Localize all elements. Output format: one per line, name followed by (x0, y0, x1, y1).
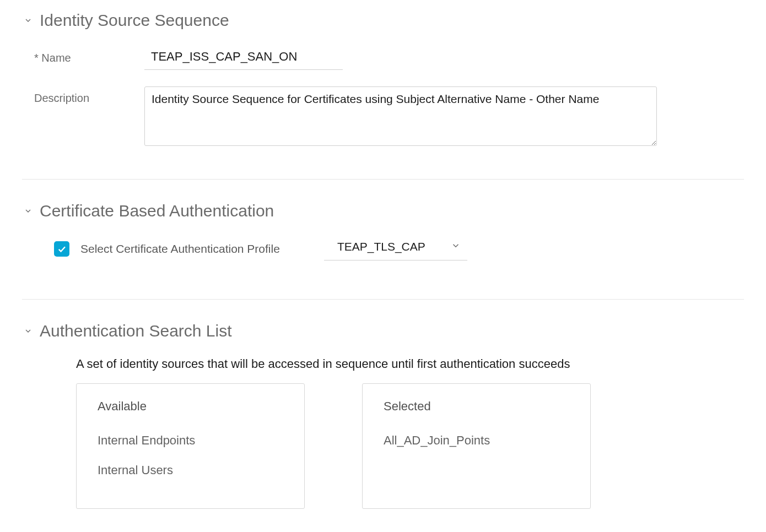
list-item[interactable]: Internal Users (98, 463, 283, 477)
chevron-down-icon (22, 325, 34, 337)
description-field-row: Description (22, 86, 744, 146)
name-input[interactable] (144, 46, 343, 70)
selected-list-box: Selected All_AD_Join_Points (362, 383, 591, 509)
section-title-cert: Certificate Based Authentication (40, 202, 274, 220)
section-auth-search-list: Authentication Search List A set of iden… (22, 322, 744, 525)
cert-profile-checkbox[interactable] (54, 241, 69, 257)
chevron-down-icon (22, 14, 34, 26)
description-label: Description (34, 86, 144, 105)
cert-profile-row: Select Certificate Authentication Profil… (22, 237, 744, 260)
cert-profile-label: Select Certificate Authentication Profil… (80, 242, 280, 256)
available-list-box: Available Internal Endpoints Internal Us… (76, 383, 305, 509)
cert-profile-dropdown[interactable]: TEAP_TLS_CAP (324, 237, 467, 260)
cert-profile-dropdown-value: TEAP_TLS_CAP (337, 240, 425, 253)
available-title: Available (98, 399, 283, 414)
list-item[interactable]: All_AD_Join_Points (384, 433, 569, 448)
selected-title: Selected (384, 399, 569, 414)
section-title-auth: Authentication Search List (40, 322, 232, 340)
name-field-row: * Name (22, 46, 744, 70)
chevron-down-icon (451, 241, 461, 253)
description-input[interactable] (144, 86, 657, 146)
list-item[interactable]: Internal Endpoints (98, 433, 283, 448)
divider (22, 299, 744, 300)
section-header-auth[interactable]: Authentication Search List (22, 322, 744, 340)
section-header-identity[interactable]: Identity Source Sequence (22, 11, 744, 30)
section-header-cert[interactable]: Certificate Based Authentication (22, 202, 744, 220)
section-title-identity: Identity Source Sequence (40, 11, 229, 30)
auth-search-description: A set of identity sources that will be a… (22, 357, 744, 371)
dual-list-container: Available Internal Endpoints Internal Us… (22, 383, 744, 509)
section-identity-source-sequence: Identity Source Sequence * Name Descript… (22, 11, 744, 179)
chevron-down-icon (22, 205, 34, 217)
name-label: * Name (34, 46, 144, 64)
divider (22, 179, 744, 180)
section-certificate-auth: Certificate Based Authentication Select … (22, 202, 744, 299)
